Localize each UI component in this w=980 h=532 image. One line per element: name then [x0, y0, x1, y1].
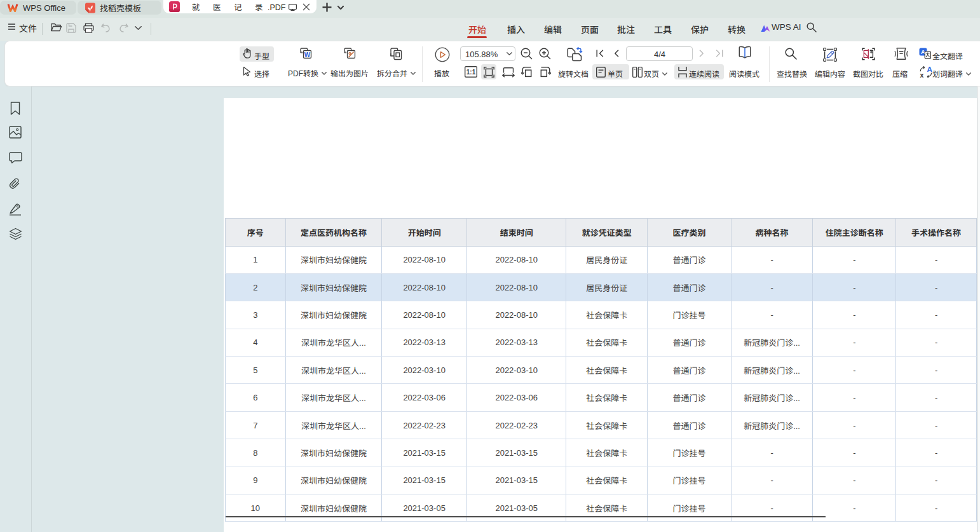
svg-text:W: W — [304, 51, 311, 58]
svg-text:1:1: 1:1 — [466, 69, 476, 76]
svg-text:x: x — [920, 71, 923, 78]
svg-text:A: A — [927, 65, 932, 73]
